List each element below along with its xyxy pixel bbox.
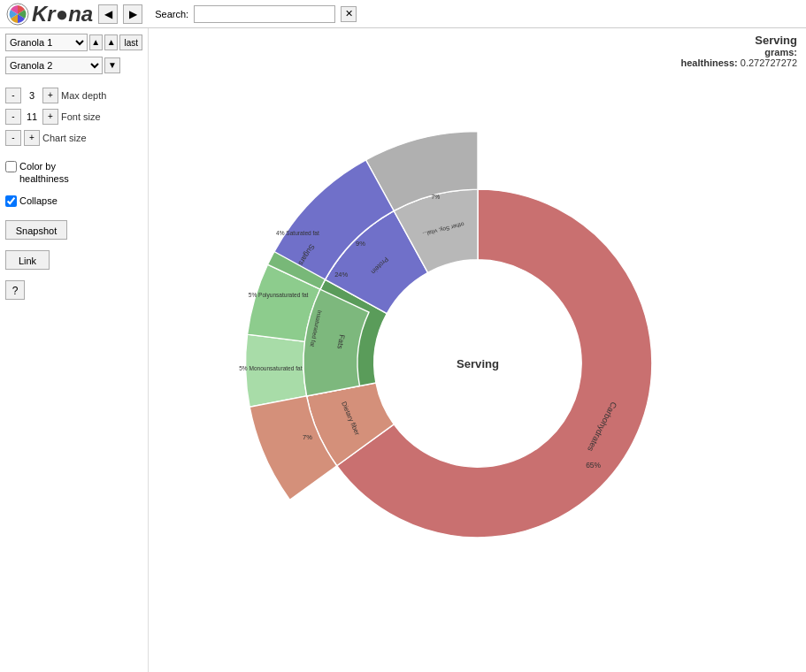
search-input[interactable] xyxy=(194,5,335,23)
granola1-select[interactable]: Granola 1 Granola 2 xyxy=(5,34,88,51)
info-title: Serving xyxy=(681,34,797,47)
nav-forward-button[interactable]: ▶ xyxy=(123,4,142,24)
collapse-row: Collapse xyxy=(5,195,142,207)
chart-size-row: - + Chart size xyxy=(5,130,142,146)
font-size-minus-button[interactable]: - xyxy=(5,109,21,125)
info-healthiness-line: healthiness: 0.272727272 xyxy=(681,57,797,68)
search-clear-button[interactable]: ✕ xyxy=(341,6,357,22)
color-by-healthiness-checkbox[interactable] xyxy=(5,161,17,172)
granola2-down-button[interactable]: ▼ xyxy=(104,57,120,73)
snapshot-button[interactable]: Snapshot xyxy=(5,220,67,240)
info-healthiness-value: 0.272727272 xyxy=(741,57,797,68)
granola2-row: Granola 1 Granola 2 ▼ xyxy=(5,57,142,74)
logo-k: K xyxy=(32,2,47,27)
chart-area: Serving grams: healthiness: 0.272727272 xyxy=(149,28,806,672)
svg-text:5% Polyunsaturated fat: 5% Polyunsaturated fat xyxy=(248,292,308,299)
logo-r: r xyxy=(47,2,55,27)
color-by-healthiness-row: Color byhealthiness xyxy=(5,160,142,186)
logo: K r ● na xyxy=(5,2,93,27)
info-grams-label: grams: xyxy=(764,47,797,57)
info-grams-line: grams: xyxy=(681,47,797,57)
info-panel: Serving grams: healthiness: 0.272727272 xyxy=(681,34,797,68)
chart-center-text: Serving xyxy=(456,357,498,370)
logo-dot: ● xyxy=(56,2,69,27)
granola1-up-button[interactable]: ▲ xyxy=(89,34,103,50)
svg-text:7%: 7% xyxy=(431,194,440,200)
svg-text:65%: 65% xyxy=(586,461,601,470)
svg-text:7%: 7% xyxy=(303,433,312,441)
svg-text:5% Monounsaturated fat: 5% Monounsaturated fat xyxy=(239,365,303,371)
max-depth-minus-button[interactable]: - xyxy=(5,88,21,103)
chart-size-label: Chart size xyxy=(42,133,87,143)
krona-chart-svg[interactable]: 65%7%24%5% Monounsaturated fat5% Polyuns… xyxy=(212,98,743,629)
font-size-plus-button[interactable]: + xyxy=(42,109,58,125)
max-depth-row: - 3 + Max depth xyxy=(5,88,142,103)
font-size-value: 11 xyxy=(24,111,40,122)
krona-chart-container[interactable]: 65%7%24%5% Monounsaturated fat5% Polyuns… xyxy=(212,98,743,629)
chart-size-plus-button[interactable]: + xyxy=(24,130,40,146)
main-layout: Granola 1 Granola 2 ▲ ▲ last Granola 1 G… xyxy=(0,28,806,672)
font-size-label: Font size xyxy=(61,111,101,122)
max-depth-value: 3 xyxy=(24,90,40,101)
chart-size-minus-button[interactable]: - xyxy=(5,130,21,146)
collapse-checkbox[interactable] xyxy=(5,195,17,207)
search-label: Search: xyxy=(155,9,188,19)
max-depth-plus-button[interactable]: + xyxy=(42,88,58,103)
info-healthiness-label: healthiness: xyxy=(681,57,738,68)
max-depth-label: Max depth xyxy=(61,90,106,101)
header: K r ● na ◀ ▶ Search: ✕ xyxy=(0,0,806,28)
link-button[interactable]: Link xyxy=(5,250,50,270)
granola1-upstep-button[interactable]: ▲ xyxy=(104,34,118,50)
logo-na: na xyxy=(68,2,93,27)
font-size-row: - 11 + Font size xyxy=(5,109,142,125)
svg-text:4% Saturated fat: 4% Saturated fat xyxy=(276,230,319,236)
granola1-row: Granola 1 Granola 2 ▲ ▲ last xyxy=(5,34,142,51)
granola1-last-button[interactable]: last xyxy=(119,34,142,50)
help-button[interactable]: ? xyxy=(5,280,25,300)
granola2-select[interactable]: Granola 1 Granola 2 xyxy=(5,57,103,74)
color-by-healthiness-label: Color byhealthiness xyxy=(19,160,69,186)
krona-logo-icon xyxy=(5,2,30,27)
svg-text:9%: 9% xyxy=(355,240,365,248)
nav-back-button[interactable]: ◀ xyxy=(98,4,118,24)
svg-text:24%: 24% xyxy=(334,271,348,279)
sidebar: Granola 1 Granola 2 ▲ ▲ last Granola 1 G… xyxy=(0,28,149,672)
collapse-label: Collapse xyxy=(19,195,58,207)
